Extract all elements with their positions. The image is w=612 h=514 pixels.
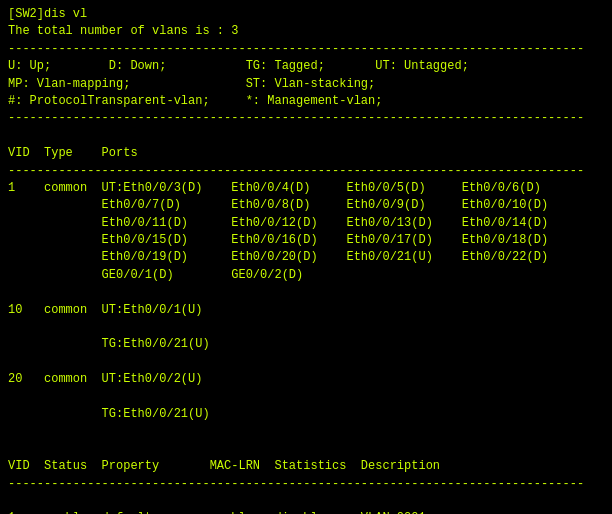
terminal-line: U: Up; D: Down; TG: Tagged; UT: Untagged… bbox=[8, 58, 604, 75]
terminal-line bbox=[8, 389, 604, 406]
terminal-line: GE0/0/1(D) GE0/0/2(D) bbox=[8, 267, 604, 284]
terminal-line bbox=[8, 354, 604, 371]
terminal-line: ----------------------------------------… bbox=[8, 110, 604, 127]
terminal-line: The total number of vlans is : 3 bbox=[8, 23, 604, 40]
terminal-line: VID Type Ports bbox=[8, 145, 604, 162]
terminal-line: ----------------------------------------… bbox=[8, 476, 604, 493]
terminal-line: ----------------------------------------… bbox=[8, 41, 604, 58]
terminal-line: Eth0/0/7(D) Eth0/0/8(D) Eth0/0/9(D) Eth0… bbox=[8, 197, 604, 214]
terminal-line: Eth0/0/15(D) Eth0/0/16(D) Eth0/0/17(D) E… bbox=[8, 232, 604, 249]
terminal-line bbox=[8, 493, 604, 510]
terminal-line: 1 enable default enable disable VLAN 000… bbox=[8, 510, 604, 514]
terminal-line bbox=[8, 284, 604, 301]
terminal-line: TG:Eth0/0/21(U) bbox=[8, 336, 604, 353]
terminal-line: Eth0/0/11(D) Eth0/0/12(D) Eth0/0/13(D) E… bbox=[8, 215, 604, 232]
terminal-line: 1 common UT:Eth0/0/3(D) Eth0/0/4(D) Eth0… bbox=[8, 180, 604, 197]
terminal-line: [SW2]dis vl bbox=[8, 6, 604, 23]
terminal-line: 20 common UT:Eth0/0/2(U) bbox=[8, 371, 604, 388]
terminal-line: ----------------------------------------… bbox=[8, 163, 604, 180]
terminal-line: 10 common UT:Eth0/0/1(U) bbox=[8, 302, 604, 319]
terminal-line: Eth0/0/19(D) Eth0/0/20(D) Eth0/0/21(U) E… bbox=[8, 249, 604, 266]
terminal-line: TG:Eth0/0/21(U) bbox=[8, 406, 604, 423]
terminal-line: MP: Vlan-mapping; ST: Vlan-stacking; bbox=[8, 76, 604, 93]
terminal-line: VID Status Property MAC-LRN Statistics D… bbox=[8, 458, 604, 475]
terminal-line bbox=[8, 423, 604, 440]
terminal-output: [SW2]dis vlThe total number of vlans is … bbox=[8, 6, 604, 508]
terminal-line: #: ProtocolTransparent-vlan; *: Manageme… bbox=[8, 93, 604, 110]
terminal-line bbox=[8, 441, 604, 458]
terminal-line bbox=[8, 128, 604, 145]
terminal-line bbox=[8, 319, 604, 336]
